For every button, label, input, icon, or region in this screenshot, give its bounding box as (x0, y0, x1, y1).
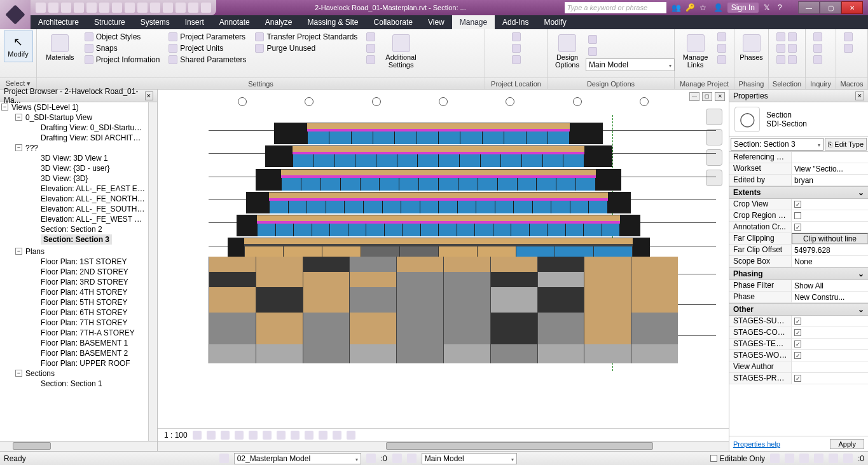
tree-item[interactable]: −0_SDI-Startup View (0, 112, 148, 123)
checkbox[interactable]: ✓ (794, 375, 801, 382)
user-icon[interactable]: 👤 (713, 3, 722, 12)
tree-item[interactable]: Floor Plan: 7TH STOREY (0, 318, 148, 328)
checkbox[interactable] (794, 212, 801, 219)
manage-links-button[interactable]: Manage Links (680, 32, 711, 71)
tab-architecture[interactable]: Architecture (31, 15, 86, 29)
view-min-button[interactable]: — (689, 92, 699, 101)
tree-item[interactable]: Floor Plan: UPPER ROOF (0, 358, 148, 368)
tree-item[interactable]: Section: Section 2 (0, 224, 148, 234)
purge-unused-button[interactable]: Purge Unused (252, 43, 360, 53)
community-icon[interactable]: 👥 (672, 3, 680, 12)
nav-2d-icon[interactable] (706, 129, 722, 145)
materials-button[interactable]: Materials (42, 32, 78, 64)
qat-tag-icon[interactable] (125, 3, 135, 13)
project-parameters-button[interactable]: Project Parameters (166, 32, 249, 42)
unlock-3d-icon[interactable] (291, 431, 300, 440)
add-to-set-button[interactable] (586, 34, 675, 44)
tab-systems[interactable]: Systems (133, 15, 177, 29)
qat-dim-icon[interactable] (112, 3, 122, 13)
reveal-hidden-icon[interactable] (319, 431, 327, 440)
tree-item[interactable]: −Views (SDI-Level 1) (0, 102, 148, 112)
coordinates-button[interactable] (509, 43, 523, 53)
drag-elements-icon[interactable] (829, 454, 838, 463)
project-units-button[interactable]: Project Units (166, 43, 249, 53)
prop-value[interactable]: Show All (792, 280, 868, 291)
tab-insert[interactable]: Insert (177, 15, 212, 29)
phases-button[interactable]: Phases (737, 32, 766, 64)
browser-close-button[interactable]: ✕ (145, 91, 153, 100)
editing-requests-icon[interactable] (366, 454, 376, 463)
location-button[interactable] (509, 32, 523, 42)
prop-value[interactable] (792, 210, 868, 221)
qat-open-icon[interactable] (36, 3, 46, 13)
tab-manage[interactable]: Manage (452, 15, 495, 29)
star-icon[interactable]: ☆ (699, 3, 708, 12)
minimize-button[interactable]: — (798, 1, 820, 14)
macro-security[interactable] (841, 43, 855, 53)
selection-edit[interactable] (774, 55, 799, 65)
qat-3d-icon[interactable] (150, 3, 160, 13)
prop-category[interactable]: Phasing⌄ (729, 267, 868, 280)
worksharing-icon[interactable] (333, 431, 341, 440)
macro-manager[interactable] (841, 32, 855, 42)
checkbox[interactable]: ✓ (794, 340, 801, 347)
snaps-button[interactable]: Snaps (82, 43, 163, 53)
tree-item[interactable]: Drafting View: SDI ARCHITECTS (0, 133, 148, 143)
tab-analyze[interactable]: Analyze (258, 15, 300, 29)
transfer-project-standards-button[interactable]: Transfer Project Standards (252, 32, 360, 42)
rendering-icon[interactable] (249, 431, 258, 440)
tree-item[interactable]: Floor Plan: 3RD STOREY (0, 277, 148, 287)
tree-item[interactable]: Floor Plan: 5TH STOREY (0, 297, 148, 307)
tab-add-ins[interactable]: Add-Ins (495, 15, 536, 29)
settings-icon-2[interactable] (364, 43, 378, 53)
tree-item[interactable]: Section: Section 3 (41, 234, 112, 245)
additional-settings-button[interactable]: Additional Settings (382, 32, 420, 71)
tree-item[interactable]: Drafting View: 0_SDI-Startup Vie (0, 123, 148, 133)
select-by-id[interactable] (811, 43, 825, 53)
tree-item[interactable]: 3D View: 3D View 1 (0, 153, 148, 163)
prop-value[interactable]: View "Sectio... (792, 163, 868, 174)
nav-wheel-icon[interactable] (706, 149, 722, 166)
qat-undo-icon[interactable] (61, 3, 71, 13)
starting-view-button[interactable] (715, 55, 729, 65)
select-links-icon[interactable] (770, 454, 780, 463)
temp-hide-icon[interactable] (305, 431, 313, 440)
sign-in-button[interactable]: Sign In (727, 3, 759, 13)
checkbox[interactable]: ✓ (794, 318, 801, 325)
view-max-button[interactable]: ▢ (702, 92, 712, 101)
tree-item[interactable]: −Sections (0, 368, 148, 379)
qat-thin-icon[interactable] (176, 3, 186, 13)
checkbox[interactable]: ✓ (794, 329, 801, 336)
settings-icon-1[interactable] (364, 32, 378, 42)
worksets-icon[interactable] (219, 454, 229, 463)
prop-category[interactable]: Extents⌄ (729, 186, 868, 199)
browser-hscroll[interactable] (0, 441, 157, 451)
detail-level-icon[interactable] (193, 431, 202, 440)
nav-pan-icon[interactable] (706, 170, 722, 186)
drawing-canvas[interactable]: — ▢ ✕ 11.20' 11.20' 11.20' 11.20' 11.20'… (158, 90, 729, 428)
prop-category[interactable]: Other⌄ (729, 303, 868, 316)
properties-help-link[interactable]: Properties help (733, 440, 780, 448)
tab-collaborate[interactable]: Collaborate (366, 15, 420, 29)
prop-value[interactable]: New Constru... (792, 292, 868, 302)
prop-value[interactable]: ✓ (792, 316, 868, 327)
prop-value[interactable]: ✓ (792, 222, 868, 232)
tree-item[interactable]: Floor Plan: 4TH STOREY (0, 287, 148, 297)
visual-style-icon[interactable] (207, 431, 216, 440)
property-grid[interactable]: Referencing D...WorksetView "Sectio...Ed… (729, 152, 868, 436)
tree-item[interactable]: Floor Plan: 2ND STOREY (0, 267, 148, 277)
checkbox[interactable]: ✓ (794, 201, 801, 208)
tree-item[interactable]: Floor Plan: 7TH-A STOREY (0, 328, 148, 338)
help-search-input[interactable]: Type a keyword or phrase (565, 2, 666, 13)
tree-item[interactable]: Section: Section 1 (0, 379, 148, 389)
prop-value[interactable] (792, 152, 868, 163)
object-styles-button[interactable]: Object Styles (82, 32, 163, 42)
prop-value[interactable]: Clip without line (792, 233, 868, 244)
view-close-button[interactable]: ✕ (715, 92, 725, 101)
exchange-icon[interactable]: 𝕏 (764, 3, 773, 12)
qat-save-icon[interactable] (48, 3, 59, 13)
tree-item[interactable]: Elevation: ALL-_FE_WEST ELEVA (0, 214, 148, 224)
sun-path-icon[interactable] (221, 431, 230, 440)
manage-images-button[interactable] (715, 32, 729, 42)
tab-structure[interactable]: Structure (86, 15, 133, 29)
